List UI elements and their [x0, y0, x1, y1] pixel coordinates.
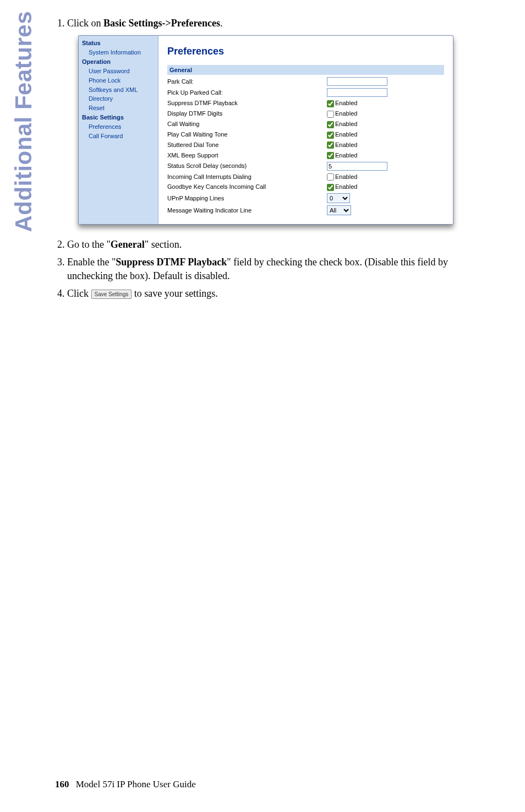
footer-text: Model 57i IP Phone User Guide	[76, 779, 196, 789]
label-display: Display DTMF Digits	[167, 110, 327, 118]
step3-pre: Enable the "	[67, 257, 116, 268]
page-number: 160	[55, 779, 69, 789]
row-park: Park Call:	[167, 76, 444, 87]
side-heading: Additional Features	[3, 11, 44, 812]
row-goodbye: Goodbye Key Cancels Incoming Call Enable…	[167, 182, 444, 192]
nav-item-userpwd[interactable]: User Password	[89, 67, 155, 75]
enabled-label: Enabled	[335, 173, 357, 180]
label-upnp: UPnP Mapping Lines	[167, 194, 327, 203]
chk-incoming[interactable]	[327, 173, 334, 181]
row-upnp: UPnP Mapping Lines 0	[167, 192, 444, 204]
label-park: Park Call:	[167, 78, 327, 86]
chk-goodbye[interactable]	[327, 184, 334, 191]
nav-cat-operation: Operation	[82, 58, 155, 66]
row-xmlbeep: XML Beep Support Enabled	[167, 150, 444, 161]
label-pickup: Pick Up Parked Call:	[167, 89, 327, 97]
step1-post: .	[220, 18, 223, 29]
chk-callwait[interactable]	[327, 121, 334, 128]
row-suppress: Suppress DTMF Playback Enabled	[167, 98, 444, 108]
input-scroll[interactable]	[327, 162, 387, 171]
step-1: Click on Basic Settings->Preferences. St…	[67, 17, 492, 225]
step4-post: to save your settings.	[132, 288, 217, 299]
embedded-screenshot: Status System Information Operation User…	[78, 35, 453, 225]
label-stutter: Stuttered Dial Tone	[167, 141, 327, 149]
step-2: Go to the "General" section.	[67, 238, 492, 251]
step-3: Enable the "Suppress DTMF Playback" fiel…	[67, 255, 492, 282]
nav-item-prefs[interactable]: Preferences	[89, 123, 155, 131]
label-playtone: Play Call Waiting Tone	[167, 130, 327, 139]
step1-bold: Basic Settings->Preferences	[103, 18, 220, 29]
enabled-label: Enabled	[335, 141, 357, 148]
page-footer: 160 Model 57i IP Phone User Guide	[55, 779, 196, 790]
row-callwait: Call Waiting Enabled	[167, 119, 444, 129]
label-scroll: Status Scroll Delay (seconds)	[167, 162, 327, 170]
row-scroll: Status Scroll Delay (seconds)	[167, 161, 444, 172]
panel-title: Preferences	[167, 45, 444, 58]
nav-item-directory[interactable]: Directory	[89, 95, 155, 103]
chk-display[interactable]	[327, 111, 334, 118]
chk-suppress[interactable]	[327, 100, 334, 107]
label-suppress: Suppress DTMF Playback	[167, 99, 327, 107]
enabled-label: Enabled	[335, 100, 357, 106]
row-playtone: Play Call Waiting Tone Enabled	[167, 129, 444, 140]
step2-pre: Go to the "	[67, 239, 111, 250]
label-incoming: Incoming Call Interrupts Dialing	[167, 173, 327, 181]
label-mwi: Message Waiting Indicator Line	[167, 206, 327, 215]
row-pickup: Pick Up Parked Call:	[167, 87, 444, 98]
row-incoming: Incoming Call Interrupts Dialing Enabled	[167, 172, 444, 182]
enabled-label: Enabled	[335, 183, 357, 190]
step3-bold: Suppress DTMF Playback	[116, 257, 227, 268]
section-general: General	[167, 65, 444, 75]
step-4: Click Save Settings to save your setting…	[67, 287, 492, 300]
nav-cat-status: Status	[82, 39, 155, 47]
label-goodbye: Goodbye Key Cancels Incoming Call	[167, 183, 327, 191]
row-display: Display DTMF Digits Enabled	[167, 108, 444, 119]
enabled-label: Enabled	[335, 131, 357, 138]
step2-period: .	[179, 239, 182, 250]
save-settings-button[interactable]: Save Settings	[91, 290, 132, 299]
row-mwi: Message Waiting Indicator Line All	[167, 204, 444, 216]
step-list: Click on Basic Settings->Preferences. St…	[55, 17, 492, 300]
enabled-label: Enabled	[335, 110, 357, 117]
row-stutter: Stuttered Dial Tone Enabled	[167, 140, 444, 150]
nav-item-callfwd[interactable]: Call Forward	[89, 132, 155, 140]
main-panel: Preferences General Park Call: Pick Up P…	[158, 36, 453, 224]
chk-playtone[interactable]	[327, 132, 334, 139]
nav-item-sysinfo[interactable]: System Information	[89, 48, 155, 57]
enabled-label: Enabled	[335, 121, 357, 127]
page-content: Click on Basic Settings->Preferences. St…	[55, 0, 492, 300]
chk-xmlbeep[interactable]	[327, 152, 334, 159]
nav-item-phonelock[interactable]: Phone Lock	[89, 77, 155, 85]
nav-item-softkeys[interactable]: Softkeys and XML	[89, 86, 155, 94]
step2-bold: General	[111, 239, 145, 250]
chk-stutter[interactable]	[327, 141, 334, 149]
nav-sidebar: Status System Information Operation User…	[79, 36, 158, 224]
label-xmlbeep: XML Beep Support	[167, 151, 327, 160]
select-upnp[interactable]: 0	[327, 193, 350, 203]
enabled-label: Enabled	[335, 152, 357, 159]
input-park[interactable]	[327, 77, 387, 86]
select-mwi[interactable]: All	[327, 205, 351, 215]
nav-cat-basics: Basic Settings	[82, 113, 155, 122]
nav-item-reset[interactable]: Reset	[89, 104, 155, 112]
label-callwait: Call Waiting	[167, 120, 327, 128]
input-pickup[interactable]	[327, 88, 387, 97]
step4-pre: Click	[67, 288, 91, 299]
step1-pre: Click on	[67, 18, 103, 29]
side-heading-text: Additional Features	[10, 11, 37, 232]
step2-post: " section	[145, 239, 179, 250]
